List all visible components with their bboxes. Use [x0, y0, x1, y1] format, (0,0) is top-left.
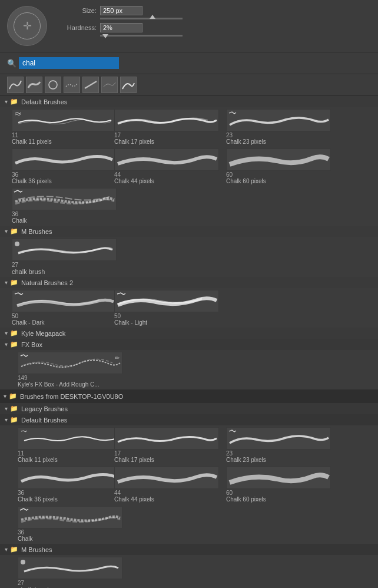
section-header-kyle[interactable]: 📁 Kyle Megapack — [0, 328, 378, 339]
brushes-m: 27 chalk brush — [0, 237, 378, 277]
brush-tile-chalk-brush[interactable]: 27 chalk brush — [0, 237, 112, 277]
stroke-img — [226, 148, 331, 171]
stroke-img — [18, 557, 122, 579]
folder-icon-m: 📁 — [10, 227, 18, 235]
brush-tile-chalk44[interactable]: 44 Chalk 44 pixels — [112, 147, 224, 186]
section-header-remote[interactable]: 📁 Brushes from DESKTOP-1GV0U8O — [0, 389, 378, 403]
brush-tile-chalk23[interactable]: 23 Chalk 23 pixels — [224, 107, 336, 147]
brush-tile-l-chalk23[interactable]: 23 Chalk 23 pixels — [224, 425, 336, 465]
brush-row-fx: ✏ 149 Kyle's FX Box - Add Rough C... — [0, 350, 378, 389]
brush-num: 23 — [226, 132, 333, 138]
brush-tile-l-chalk-brush[interactable]: 27 chalk brush — [0, 555, 112, 588]
brush-list: 📁 Default Brushes 11 — [0, 96, 378, 588]
brush-tile-chalk11[interactable]: 11 Chalk 11 pixels — [0, 107, 112, 147]
brush-tile-l-chalk44[interactable]: 44 Chalk 44 pixels — [112, 465, 224, 504]
brushes-fx-box: ✏ 149 Kyle's FX Box - Add Rough C... — [0, 350, 378, 389]
search-input[interactable] — [19, 57, 119, 69]
stroke-img-dark — [12, 290, 117, 312]
chevron-icon — [5, 228, 8, 234]
section-title-default: Default Brushes — [21, 98, 67, 105]
brush-num: 36 — [18, 490, 110, 496]
section-header-default-brushes[interactable]: 📁 Default Brushes — [0, 96, 378, 107]
stroke-img-kyle: ✏ — [18, 352, 122, 374]
brush-num: 36 — [18, 529, 110, 536]
brush-name: Chalk - Light — [114, 319, 221, 326]
size-input[interactable] — [100, 6, 142, 15]
stroke-img-light — [114, 290, 219, 312]
brush-name: Chalk 60 pixels — [226, 178, 333, 184]
brush-num: 50 — [12, 313, 110, 319]
brush-num: 44 — [114, 490, 221, 496]
hardness-label: Hardness: — [54, 24, 97, 31]
brush-num: 23 — [226, 450, 333, 457]
brush-tile-l-chalk36[interactable]: 36 Chalk 36 pixels — [0, 465, 112, 504]
subsection-header-m-legacy[interactable]: 📁 M Brushes — [0, 544, 378, 555]
preset-brush-7[interactable] — [120, 77, 137, 93]
stroke-img — [114, 109, 219, 131]
preset-brush-5[interactable] — [82, 77, 99, 93]
folder-icon: 📁 — [10, 546, 18, 553]
stroke-img — [12, 109, 117, 131]
search-icon: 🔍 — [7, 59, 16, 68]
subsection-fx-box: 📁 FX Box ✏ — [0, 339, 378, 389]
brush-tile-chalk[interactable]: 36 Chalk — [0, 186, 112, 226]
subsection-title-m-legacy: M Brushes — [21, 546, 52, 553]
brush-num: 50 — [114, 313, 221, 319]
section-kyle-megapack: 📁 Kyle Megapack 📁 FX Box — [0, 328, 378, 389]
brush-tile-chalk60[interactable]: 60 Chalk 60 pixels — [224, 147, 336, 186]
brush-row-1: 11 Chalk 11 pixels 17 Chalk 17 pixels — [0, 107, 378, 147]
brushes-default: 11 Chalk 11 pixels 17 Chalk 17 pixels — [0, 107, 378, 226]
brush-num: 11 — [12, 132, 110, 138]
folder-icon-kyle: 📁 — [10, 329, 18, 337]
subsection-legacy: 📁 Legacy Brushes 📁 Default Brushes — [0, 403, 378, 588]
brush-tile-chalk-dark[interactable]: 50 Chalk - Dark — [0, 288, 112, 328]
subsection-default-legacy: 📁 Default Brushes 11 — [0, 414, 378, 544]
stroke-img — [18, 506, 122, 528]
presets-toolbar — [0, 74, 378, 96]
brush-name: Chalk — [12, 217, 110, 224]
preset-brush-6[interactable] — [101, 77, 118, 93]
size-label: Size: — [54, 7, 97, 14]
section-m-brushes: 📁 M Brushes 27 chalk brush — [0, 226, 378, 277]
brush-row-l1: 11 Chalk 11 pixels 17 Chalk 17 pixels — [0, 425, 378, 465]
brush-name: Chalk — [18, 536, 110, 542]
section-header-m-brushes[interactable]: 📁 M Brushes — [0, 226, 378, 237]
brush-tile-l-chalk[interactable]: 36 Chalk — [0, 504, 112, 544]
brush-num: 149 — [18, 375, 110, 381]
folder-icon-default: 📁 — [10, 98, 18, 105]
brush-name: Chalk 23 pixels — [226, 138, 333, 145]
brush-name: Chalk 60 pixels — [226, 496, 333, 503]
stroke-img — [226, 467, 331, 489]
subsection-header-fx-box[interactable]: 📁 FX Box — [0, 339, 378, 350]
brush-preview[interactable] — [7, 6, 47, 46]
stroke-img — [18, 467, 122, 489]
brush-tile-chalk17[interactable]: 17 Chalk 17 pixels — [112, 107, 224, 147]
brush-tile-l-chalk17[interactable]: 17 Chalk 17 pixels — [112, 425, 224, 465]
folder-icon: 📁 — [10, 416, 18, 424]
section-header-natural-2[interactable]: 📁 Natural Brushes 2 — [0, 277, 378, 288]
preset-brush-1[interactable] — [7, 77, 24, 93]
brush-tile-chalk36[interactable]: 36 Chalk 36 pixels — [0, 147, 112, 186]
section-natural-brushes-2: 📁 Natural Brushes 2 50 Chalk — [0, 277, 378, 328]
brush-row-l3: 36 Chalk — [0, 504, 378, 544]
preset-brush-4[interactable] — [64, 77, 80, 93]
hardness-input[interactable] — [100, 23, 142, 32]
brush-num: 44 — [114, 171, 221, 178]
brush-num: 17 — [114, 132, 221, 138]
chevron-icon — [5, 546, 8, 553]
brush-num: 17 — [114, 450, 221, 457]
section-title-m: M Brushes — [21, 228, 52, 235]
brush-tile-kyle-fx[interactable]: ✏ 149 Kyle's FX Box - Add Rough C... — [0, 350, 112, 389]
search-area: 🔍 — [0, 52, 378, 74]
brush-tile-chalk-light[interactable]: 50 Chalk - Light — [112, 288, 224, 328]
brush-tile-l-chalk60[interactable]: 60 Chalk 60 pixels — [224, 465, 336, 504]
preset-brush-2[interactable] — [26, 77, 42, 93]
brush-settings-area: Size: Hardness: — [0, 0, 378, 52]
brush-tile-l-chalk11[interactable]: 11 Chalk 11 pixels — [0, 425, 112, 465]
chevron-icon — [4, 393, 6, 399]
subsection-header-legacy[interactable]: 📁 Legacy Brushes — [0, 403, 378, 414]
settings-fields: Size: Hardness: — [54, 6, 371, 39]
preset-brush-3[interactable] — [45, 77, 61, 93]
section-remote: 📁 Brushes from DESKTOP-1GV0U8O 📁 Legacy … — [0, 389, 378, 588]
subsection-header-default-legacy[interactable]: 📁 Default Brushes — [0, 414, 378, 425]
